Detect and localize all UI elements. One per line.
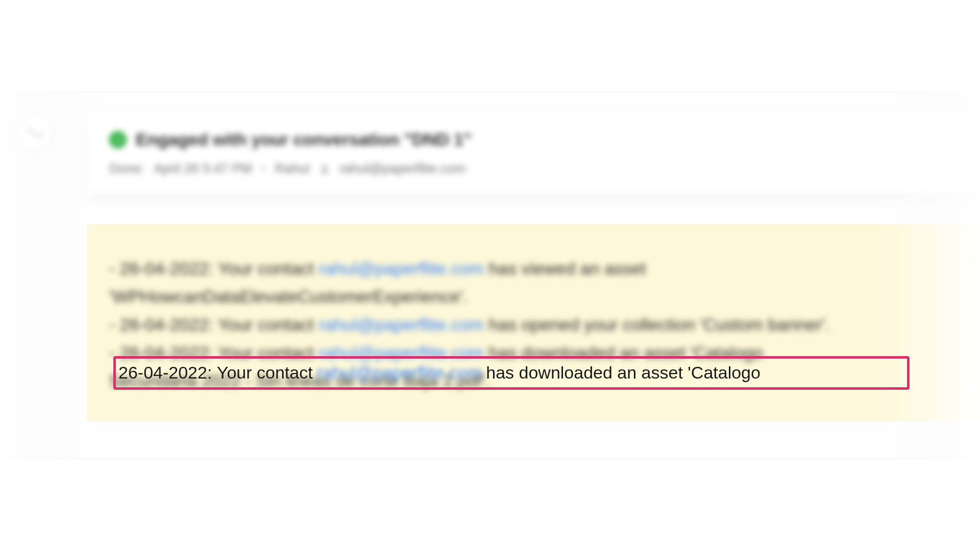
done-time: April 26 5:47 PM [154, 161, 252, 177]
timeline-call-node [18, 116, 51, 149]
done-label: Done: [109, 161, 144, 177]
hl-email: rahul@paperflite.com [317, 363, 482, 383]
activity-title: Engaged with your conversation "DND 1" [136, 130, 472, 149]
log-entry: - 26-04-2022: Your contact rahul@paperfl… [109, 255, 978, 283]
svg-point-0 [323, 165, 326, 168]
hl-intro: Your contact [217, 363, 313, 383]
status-complete-icon [109, 131, 127, 148]
contact-email-link[interactable]: rahul@paperflite.com [318, 259, 484, 278]
hl-tail: has downloaded an asset 'Catalogo [486, 363, 761, 383]
activity-screenshot: Engaged with your conversation "DND 1" D… [0, 0, 980, 551]
card-header: Engaged with your conversation "DND 1" [109, 130, 978, 149]
hl-date: 26-04-2022: [118, 363, 212, 383]
highlighted-log-line: 26-04-2022: Your contact rahul@paperflit… [118, 357, 904, 388]
owner-email: rahul@paperflite.com [339, 161, 466, 177]
log-entry: - 26-04-2022: Your contact rahul@paperfl… [109, 311, 978, 339]
contact-email-link[interactable]: rahul@paperflite.com [318, 315, 484, 334]
separator: • [261, 161, 266, 177]
activity-card: Engaged with your conversation "DND 1" D… [87, 111, 980, 194]
person-icon [319, 163, 330, 174]
owner-name: Rahul [275, 161, 310, 177]
log-entry-continuation: 'WPHowcanDataElevateCustomerExperience'. [109, 283, 978, 311]
activity-log-panel: - 26-04-2022: Your contact rahul@paperfl… [87, 224, 980, 421]
activity-meta: Done: April 26 5:47 PM • Rahul rahul@pap… [109, 161, 978, 177]
phone-icon [26, 123, 44, 142]
checkmark-icon [113, 135, 122, 144]
